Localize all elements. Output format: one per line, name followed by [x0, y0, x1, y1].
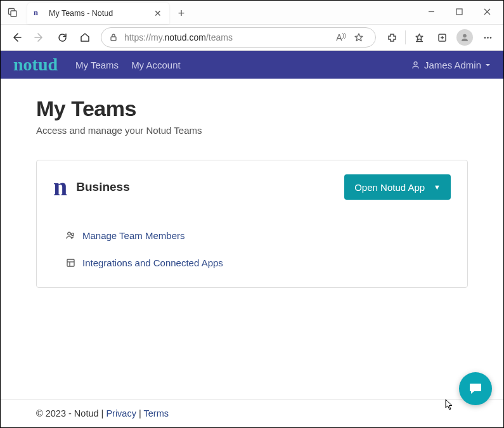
read-aloud-icon[interactable]: A)): [332, 32, 350, 42]
nav-my-teams[interactable]: My Teams: [75, 60, 119, 70]
window-maximize-button[interactable]: [445, 2, 473, 21]
manage-members-label: Manage Team Members: [82, 230, 184, 241]
profile-button[interactable]: [454, 27, 475, 48]
integrations-link[interactable]: Integrations and Connected Apps: [65, 257, 451, 268]
people-icon: [65, 230, 76, 241]
svg-rect-18: [67, 259, 74, 266]
footer-privacy-link[interactable]: Privacy: [106, 408, 136, 418]
grid-icon: [65, 258, 76, 268]
tab-favicon: n: [34, 8, 44, 18]
manage-team-members-link[interactable]: Manage Team Members: [65, 230, 451, 241]
nav-my-account[interactable]: My Account: [131, 60, 181, 70]
chat-widget-button[interactable]: [459, 372, 492, 405]
forward-button[interactable]: [29, 27, 50, 48]
url-scheme: https://: [124, 32, 151, 42]
open-notud-app-button[interactable]: Open Notud App ▼: [344, 174, 451, 200]
brand-logo[interactable]: notud: [13, 56, 58, 74]
user-menu[interactable]: James Admin: [411, 60, 491, 70]
refresh-button[interactable]: [51, 27, 73, 48]
svg-point-16: [67, 232, 70, 235]
page-viewport: notud My Teams My Account James Admin My…: [1, 51, 503, 427]
content-area: My Teams Access and manage your Notud Te…: [1, 79, 503, 399]
svg-point-15: [414, 62, 417, 65]
integrations-label: Integrations and Connected Apps: [82, 257, 223, 268]
team-card-header: n Business Open Notud App ▼: [53, 174, 451, 200]
open-app-label: Open Notud App: [354, 182, 425, 193]
address-bar[interactable]: https://my.notud.com/teams A)): [101, 27, 376, 48]
svg-rect-1: [11, 11, 16, 16]
home-button[interactable]: [74, 27, 96, 48]
browser-tab[interactable]: n My Teams - Notud ✕: [27, 3, 169, 24]
team-links: Manage Team Members Integrations and Con…: [53, 230, 451, 268]
footer-copyright: © 2023 - Notud |: [36, 408, 106, 418]
window-titlebar: n My Teams - Notud ✕ +: [1, 1, 503, 25]
url-subdomain: my.: [151, 32, 165, 42]
team-name: Business: [76, 180, 129, 194]
window-controls: [417, 2, 501, 21]
svg-point-11: [463, 34, 467, 38]
new-tab-button[interactable]: +: [172, 4, 191, 23]
favorite-icon[interactable]: [350, 32, 368, 42]
collections-button[interactable]: [431, 27, 453, 48]
back-button[interactable]: [6, 27, 27, 48]
chevron-down-icon: [485, 62, 491, 68]
toolbar-divider: [405, 30, 406, 44]
browser-toolbar: https://my.notud.com/teams A)): [1, 25, 503, 51]
user-name: James Admin: [424, 60, 481, 70]
team-identity: n Business: [53, 174, 130, 200]
url-host: notud.com: [165, 32, 206, 42]
more-button[interactable]: [477, 27, 498, 48]
window-close-button[interactable]: [473, 2, 501, 21]
svg-point-14: [489, 37, 491, 39]
team-card: n Business Open Notud App ▼ Manage Team …: [36, 160, 468, 288]
extensions-button[interactable]: [381, 27, 403, 48]
app-navbar: notud My Teams My Account James Admin: [1, 51, 503, 79]
svg-point-12: [484, 37, 486, 39]
caret-down-icon: ▼: [434, 183, 441, 191]
url-path: /teams: [206, 32, 233, 42]
footer-separator: |: [136, 408, 144, 418]
footer-terms-link[interactable]: Terms: [143, 408, 168, 418]
svg-point-13: [487, 37, 489, 39]
page-title: My Teams: [36, 96, 468, 121]
tab-close-button[interactable]: ✕: [153, 8, 163, 18]
user-icon: [411, 60, 420, 70]
svg-rect-3: [456, 9, 462, 15]
svg-point-17: [71, 233, 74, 236]
tab-actions-button[interactable]: [2, 1, 23, 23]
page-subtitle: Access and manage your Notud Teams: [36, 125, 468, 136]
tab-title: My Teams - Notud: [49, 9, 153, 18]
favorites-button[interactable]: [408, 27, 430, 48]
lock-icon: [109, 33, 118, 42]
team-icon: n: [53, 174, 67, 200]
window-minimize-button[interactable]: [417, 2, 445, 21]
svg-rect-6: [111, 37, 116, 41]
page-footer: © 2023 - Notud | Privacy | Terms: [1, 399, 503, 427]
